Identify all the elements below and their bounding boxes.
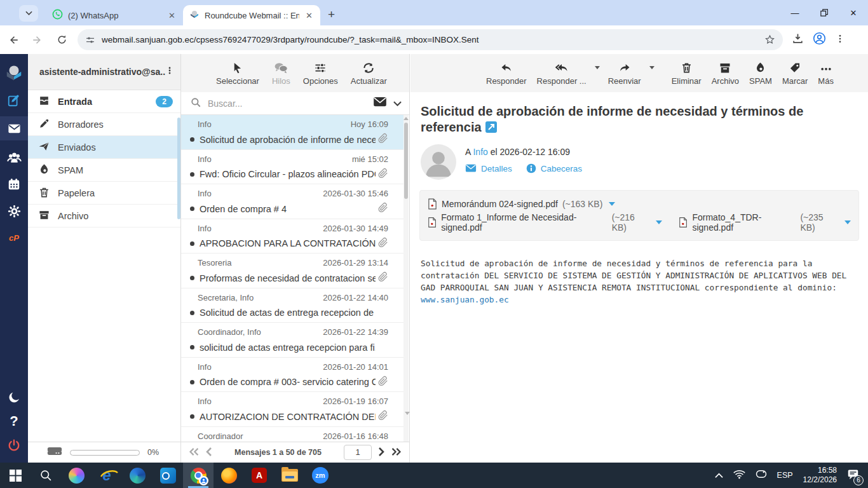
wifi-icon[interactable] (733, 470, 745, 482)
message-list-item[interactable]: Coordinador, Info 2026-01-22 14:39 solic… (181, 323, 405, 358)
open-in-new-window-icon[interactable] (485, 121, 497, 133)
folder-archive[interactable]: Archivo (28, 205, 180, 227)
folder-inbox[interactable]: Entrada 2 (28, 90, 180, 113)
body-link[interactable]: www.sanjuan.gob.ec (421, 295, 509, 304)
taskbar-search-button[interactable] (31, 463, 61, 488)
message-list-item[interactable]: Coordinador 2026-01-16 16:48 (181, 427, 405, 442)
message-list-item[interactable]: Info 2026-01-30 14:49 APROBACION PARA LA… (181, 219, 405, 254)
message-list-item[interactable]: Info 2026-01-19 16:07 AUTORIZACION DE CO… (181, 392, 405, 427)
internet-explorer-icon[interactable]: e (92, 463, 122, 488)
cast-icon[interactable] (756, 470, 767, 481)
attachment-menu-caret[interactable] (609, 202, 615, 206)
dark-mode-toggle[interactable] (0, 385, 28, 409)
account-header[interactable]: asistente-administrativo@sa... (28, 54, 180, 90)
message-list-item[interactable]: Secretaria, Info 2026-01-22 14:40 Solici… (181, 288, 405, 323)
last-page-button[interactable] (391, 447, 402, 458)
minimize-button[interactable]: — (780, 0, 810, 25)
threads-button[interactable]: Hilos (268, 59, 295, 87)
bookmark-star-icon[interactable] (764, 34, 775, 45)
tray-chevron-icon[interactable] (715, 470, 723, 481)
downloads-icon[interactable] (792, 32, 804, 47)
cpanel-nav-button[interactable]: cP (0, 226, 28, 250)
back-button[interactable] (3, 29, 24, 51)
headers-toggle[interactable]: Cabeceras (526, 163, 582, 173)
language-indicator[interactable]: ESP (777, 471, 793, 480)
reply-all-button[interactable]: Responder ... (532, 59, 591, 87)
tab-search-button[interactable] (19, 5, 38, 22)
attachment-menu-caret[interactable] (844, 220, 851, 224)
chrome-icon[interactable] (183, 463, 214, 488)
details-toggle[interactable]: Detalles (465, 164, 512, 173)
reload-button[interactable] (51, 29, 72, 51)
close-window-button[interactable]: ✕ (839, 0, 868, 25)
calendar-nav-button[interactable] (0, 172, 28, 196)
close-tab-icon[interactable]: ✕ (167, 11, 177, 20)
select-button[interactable]: Seleccionar (212, 59, 264, 87)
pagination-bar: Mensajes 1 a 50 de 705 1 (181, 442, 409, 463)
folder-panel: asistente-administrativo@sa... Entrada 2… (28, 54, 181, 463)
help-button[interactable]: ? (0, 409, 28, 433)
clock[interactable]: 16:58 12/2/2026 (803, 466, 837, 485)
attachment-item[interactable]: Formato_4_TDR-signed.pdf (~235 KB) (679, 212, 851, 233)
address-bar[interactable]: webmail.sanjuan.gob.ec/cpsess7692477029/… (78, 29, 783, 50)
message-list-item[interactable]: Info mié 15:02 Fwd: Oficio Circular - pl… (181, 150, 405, 185)
compose-button[interactable] (0, 88, 28, 112)
refresh-button[interactable]: Actualizar (346, 59, 391, 87)
start-button[interactable] (0, 463, 31, 488)
next-page-button[interactable] (378, 447, 384, 458)
attachment-item[interactable]: Formato 1_Informe de Necesidad-signed.pd… (428, 212, 662, 233)
message-list-item[interactable]: Info 2026-01-30 15:46 Orden de compra # … (181, 184, 405, 219)
spam-button[interactable]: SPAM (745, 59, 776, 87)
copilot-icon[interactable] (61, 463, 92, 488)
contacts-nav-button[interactable] (0, 146, 28, 170)
tab-roundcube[interactable]: Roundcube Webmail :: Enviados ✕ (183, 5, 320, 25)
zoom-icon[interactable]: zm (305, 463, 336, 488)
folder-trash[interactable]: Papelera (28, 182, 180, 205)
notifications-icon[interactable]: 6 (847, 469, 859, 482)
outlook-icon[interactable] (153, 463, 183, 488)
close-tab-icon[interactable]: ✕ (304, 11, 314, 20)
search-options-chevron-icon[interactable] (393, 98, 402, 109)
firefox-icon[interactable] (214, 463, 244, 488)
reply-all-menu-caret[interactable] (592, 69, 602, 81)
archive-button[interactable]: Archivo (707, 59, 743, 87)
message-list-item[interactable]: Info Hoy 16:09 Solicitud de aprobación d… (181, 115, 405, 150)
browser-menu-icon[interactable] (835, 34, 845, 46)
search-scope-envelope-icon[interactable] (373, 97, 387, 110)
folder-spam[interactable]: SPAM (28, 159, 180, 182)
page-number-input[interactable]: 1 (344, 445, 372, 460)
forward-button[interactable] (27, 29, 48, 51)
delete-button[interactable]: Eliminar (667, 59, 706, 87)
edge-icon[interactable] (122, 463, 153, 488)
prev-page-button[interactable] (206, 447, 212, 458)
forward-button[interactable]: Reenviar (604, 59, 646, 87)
logout-button[interactable] (0, 433, 28, 458)
account-menu-icon[interactable] (165, 65, 174, 79)
new-tab-button[interactable]: + (328, 8, 335, 22)
message-list-item[interactable]: Info 2026-01-20 14:01 Orden de compra # … (181, 358, 405, 393)
attachment-item[interactable]: Memorándum 024-signed.pdf (~163 KB) (428, 198, 615, 210)
tab-whatsapp[interactable]: (2) WhatsApp ✕ (46, 5, 183, 25)
recipient-link[interactable]: Info (473, 147, 487, 157)
mail-nav-button[interactable] (0, 116, 28, 140)
maximize-button[interactable] (810, 0, 839, 25)
folder-drafts[interactable]: Borradores (28, 113, 180, 136)
file-explorer-icon[interactable] (275, 463, 305, 488)
attachment-menu-caret[interactable] (656, 220, 662, 224)
reply-button[interactable]: Responder (482, 59, 531, 87)
profile-icon[interactable] (813, 32, 826, 48)
list-scrollbar[interactable] (403, 115, 409, 442)
search-input[interactable] (208, 98, 373, 109)
more-button[interactable]: Más (813, 59, 838, 87)
settings-nav-button[interactable] (0, 199, 28, 223)
options-button[interactable]: Opciones (299, 59, 342, 87)
site-settings-icon[interactable] (85, 35, 95, 45)
first-page-button[interactable] (189, 447, 200, 458)
forward-menu-caret[interactable] (647, 69, 657, 81)
folder-sent[interactable]: Enviados (28, 136, 180, 159)
message-list-item[interactable]: Tesoreria 2026-01-29 13:14 Proformas de … (181, 254, 405, 288)
mark-button[interactable]: Marcar (778, 59, 812, 87)
unread-dot (190, 172, 194, 177)
folder-scrollbar[interactable] (177, 118, 180, 219)
acrobat-icon[interactable]: A (244, 463, 275, 488)
